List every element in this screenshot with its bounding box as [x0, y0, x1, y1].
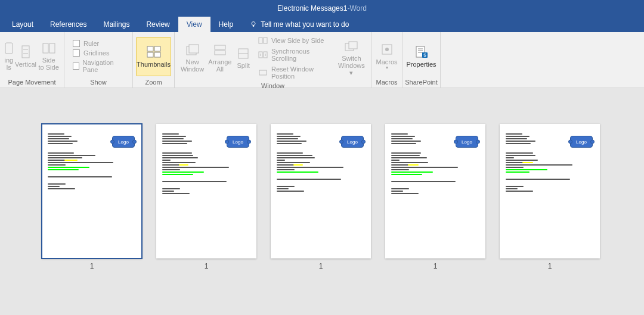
thumbnails-button[interactable]: Thumbnails: [136, 37, 171, 76]
page-thumbnail-wrap: Logo 1: [385, 124, 485, 315]
macros-button[interactable]: Macros ▾: [375, 37, 398, 76]
svg-rect-11: [154, 52, 160, 57]
svg-rect-24: [349, 42, 357, 49]
switch-windows-button[interactable]: Switch Windows ▾: [336, 39, 367, 78]
page-thumbnail-wrap: Logo 1: [42, 124, 142, 315]
group-label-show: Show: [64, 79, 132, 88]
svg-rect-3: [22, 46, 29, 58]
side-to-side-button[interactable]: Side to Side: [37, 37, 60, 76]
group-zoom: Thumbnails Zoom: [133, 32, 175, 88]
arrange-all-icon: [213, 44, 227, 56]
tell-me-placeholder: Tell me what you want to do: [261, 20, 349, 29]
reset-window-icon: [258, 69, 268, 76]
svg-point-26: [385, 48, 389, 51]
switch-windows-icon: [344, 40, 358, 52]
page-thumbnail[interactable]: Logo: [271, 124, 371, 258]
svg-rect-7: [49, 43, 55, 53]
properties-icon: S: [414, 45, 429, 58]
logo-badge: Logo: [112, 136, 135, 148]
group-label-sharepoint: SharePoint: [402, 79, 440, 88]
navigation-pane-checkbox[interactable]: Navigation Pane: [73, 59, 124, 73]
page-number: 1: [205, 262, 209, 270]
logo-badge: Logo: [227, 136, 249, 148]
macros-icon: [380, 43, 394, 56]
new-window-icon: [185, 44, 200, 56]
page-thumbnail[interactable]: Logo: [385, 124, 485, 258]
title-bar: Electronic Messages1 - Word: [0, 0, 644, 17]
logo-badge: Logo: [341, 136, 364, 148]
svg-rect-18: [259, 38, 262, 43]
checkbox-icon: [73, 49, 80, 57]
side-to-side-icon: [42, 42, 55, 54]
svg-rect-13: [189, 45, 199, 53]
page-thumbnail[interactable]: Logo: [156, 124, 256, 258]
thumbnails-panel: // placeholder so template stays declara…: [0, 88, 644, 315]
tab-view[interactable]: View: [178, 17, 210, 32]
svg-rect-15: [215, 51, 225, 55]
group-label-page-movement: Page Movement: [0, 79, 64, 88]
view-side-by-side-button[interactable]: View Side by Side: [256, 36, 333, 45]
tab-help[interactable]: Help: [210, 17, 242, 32]
svg-rect-6: [43, 43, 48, 53]
document-title: Electronic Messages1: [277, 4, 347, 13]
new-window-button[interactable]: New Window: [178, 39, 206, 78]
ribbon-tabs: Layout References Mailings Review View H…: [0, 17, 644, 32]
group-page-movement: ing ls Vertical Side to Side Page Moveme…: [0, 32, 64, 88]
checkbox-icon: [73, 40, 80, 47]
group-show: Ruler Gridlines Navigation Pane Show: [64, 32, 133, 88]
logo-badge: Logo: [456, 136, 478, 148]
side-by-side-icon: [258, 37, 268, 44]
svg-rect-19: [264, 38, 267, 43]
tab-review[interactable]: Review: [138, 17, 178, 32]
app-name: Word: [349, 4, 366, 13]
page-thumbnail[interactable]: Logo: [42, 124, 142, 258]
split-button[interactable]: Split: [234, 39, 253, 78]
svg-rect-22: [259, 70, 267, 75]
reset-window-position-button[interactable]: Reset Window Position: [256, 64, 333, 81]
svg-rect-1: [253, 26, 254, 27]
group-macros: Macros ▾ Macros: [371, 32, 402, 88]
lightbulb-icon: [250, 21, 257, 28]
checkbox-icon: [73, 63, 79, 70]
svg-text:S: S: [423, 53, 426, 57]
tell-me-search[interactable]: Tell me what you want to do: [242, 17, 357, 32]
group-label-macros: Macros: [371, 79, 402, 88]
ruler-checkbox[interactable]: Ruler: [73, 40, 124, 47]
scroll-icon: [5, 42, 13, 54]
svg-rect-9: [154, 46, 160, 51]
page-thumbnail-wrap: Logo 1: [271, 124, 371, 315]
group-window: New Window Arrange All Split View Side b…: [175, 32, 371, 88]
scrolling-button[interactable]: ing ls: [4, 37, 14, 76]
svg-rect-2: [5, 43, 13, 54]
vertical-icon: [21, 45, 30, 58]
page-number: 1: [548, 262, 552, 270]
page-thumbnail-wrap: Logo 1: [500, 124, 600, 315]
tab-layout[interactable]: Layout: [4, 17, 42, 32]
logo-badge: Logo: [570, 136, 593, 148]
sync-scroll-icon: [258, 51, 268, 58]
tab-references[interactable]: References: [42, 17, 95, 32]
page-number: 1: [319, 262, 323, 270]
thumbnails-icon: [146, 45, 162, 58]
properties-button[interactable]: S Properties: [406, 37, 436, 76]
chevron-down-icon: ▾: [349, 69, 353, 76]
synchronous-scrolling-button[interactable]: Synchronous Scrolling: [256, 46, 333, 63]
chevron-down-icon: ▾: [386, 66, 388, 71]
gridlines-checkbox[interactable]: Gridlines: [73, 49, 124, 57]
page-number: 1: [90, 262, 94, 270]
svg-rect-10: [147, 52, 153, 57]
group-label-zoom: Zoom: [133, 79, 174, 88]
page-number: 1: [434, 262, 438, 270]
page-thumbnail[interactable]: Logo: [500, 124, 600, 258]
svg-rect-14: [215, 45, 225, 49]
ribbon: ing ls Vertical Side to Side Page Moveme…: [0, 32, 644, 88]
group-sharepoint: S Properties SharePoint: [402, 32, 441, 88]
arrange-all-button[interactable]: Arrange All: [206, 39, 233, 78]
svg-rect-8: [147, 46, 153, 51]
page-thumbnail-wrap: Logo 1: [156, 124, 256, 315]
svg-point-0: [252, 22, 255, 26]
vertical-button[interactable]: Vertical: [14, 37, 38, 76]
tab-mailings[interactable]: Mailings: [95, 17, 138, 32]
split-icon: [237, 48, 249, 60]
